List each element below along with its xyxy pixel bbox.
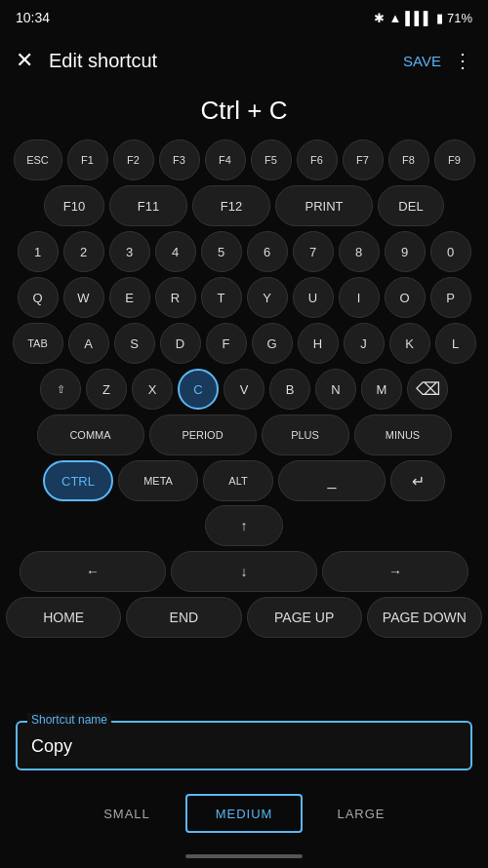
header-left: ✕ Edit shortcut <box>16 48 157 73</box>
key-k[interactable]: K <box>389 323 430 364</box>
size-selector: SMALL MEDIUM LARGE <box>0 794 488 833</box>
key-f6[interactable]: F6 <box>297 139 338 180</box>
save-button[interactable]: SAVE <box>403 53 441 69</box>
key-f9[interactable]: F9 <box>434 139 475 180</box>
key-down[interactable]: ↓ <box>171 551 317 592</box>
key-f1[interactable]: F1 <box>67 139 108 180</box>
status-icons: ✱ ▲ ▌▌▌ ▮ 71% <box>374 11 472 25</box>
key-f2[interactable]: F2 <box>113 139 154 180</box>
key-x[interactable]: X <box>132 369 173 410</box>
bluetooth-icon: ✱ <box>374 11 385 25</box>
key-w[interactable]: W <box>63 277 104 318</box>
key-f[interactable]: F <box>206 323 247 364</box>
key-f7[interactable]: F7 <box>343 139 384 180</box>
key-p[interactable]: P <box>430 277 471 318</box>
key-u[interactable]: U <box>293 277 334 318</box>
input-value[interactable]: Copy <box>31 732 457 757</box>
more-button[interactable]: ⋮ <box>453 49 472 72</box>
key-n[interactable]: N <box>315 369 356 410</box>
key-up[interactable]: ↑ <box>205 505 283 546</box>
key-b[interactable]: B <box>269 369 310 410</box>
key-alt[interactable]: ALT <box>203 460 273 501</box>
close-button[interactable]: ✕ <box>16 48 33 73</box>
key-page-down[interactable]: PAGE DOWN <box>367 597 482 638</box>
key-8[interactable]: 8 <box>339 231 380 272</box>
size-small-button[interactable]: SMALL <box>68 794 185 833</box>
input-container: Shortcut name Copy <box>16 721 472 770</box>
key-end[interactable]: END <box>126 597 241 638</box>
header-right: SAVE ⋮ <box>403 49 472 72</box>
key-j[interactable]: J <box>344 323 385 364</box>
input-area: Shortcut name Copy <box>0 721 488 770</box>
header-title: Edit shortcut <box>49 50 157 72</box>
key-1[interactable]: 1 <box>18 231 59 272</box>
status-time: 10:34 <box>16 10 50 25</box>
key-home[interactable]: HOME <box>6 597 121 638</box>
key-row-zxcv: ⇧ Z X C V B N M ⌫ <box>6 369 482 410</box>
key-plus[interactable]: PLUS <box>262 414 349 455</box>
key-f12[interactable]: F12 <box>192 185 270 226</box>
bottom-indicator <box>185 854 303 858</box>
key-backspace[interactable]: ⌫ <box>407 369 448 410</box>
key-y[interactable]: Y <box>247 277 288 318</box>
key-f4[interactable]: F4 <box>205 139 246 180</box>
key-meta[interactable]: META <box>118 460 198 501</box>
key-row-symbols: COMMA PERIOD PLUS MINUS <box>6 414 482 455</box>
key-6[interactable]: 6 <box>247 231 288 272</box>
key-page-up[interactable]: PAGE UP <box>247 597 362 638</box>
nav-row-arrows: ← ↓ → <box>6 551 482 592</box>
key-z[interactable]: Z <box>86 369 127 410</box>
key-7[interactable]: 7 <box>293 231 334 272</box>
key-2[interactable]: 2 <box>63 231 104 272</box>
key-l[interactable]: L <box>435 323 476 364</box>
key-d[interactable]: D <box>160 323 201 364</box>
key-f8[interactable]: F8 <box>388 139 429 180</box>
key-left[interactable]: ← <box>20 551 166 592</box>
key-shift[interactable]: ⇧ <box>40 369 81 410</box>
key-s[interactable]: S <box>114 323 155 364</box>
key-4[interactable]: 4 <box>155 231 196 272</box>
shortcut-display: Ctrl + C <box>0 86 488 139</box>
key-tab[interactable]: TAB <box>13 323 63 364</box>
key-5[interactable]: 5 <box>201 231 242 272</box>
key-row-numbers: 1 2 3 4 5 6 7 8 9 0 <box>6 231 482 272</box>
signal-icon: ▌▌▌ <box>405 11 432 25</box>
size-large-button[interactable]: LARGE <box>303 794 420 833</box>
key-ctrl[interactable]: CTRL <box>43 460 113 501</box>
key-row-asdf: TAB A S D F G H J K L <box>6 323 482 364</box>
key-m[interactable]: M <box>361 369 402 410</box>
status-bar: 10:34 ✱ ▲ ▌▌▌ ▮ 71% <box>0 0 488 35</box>
key-c[interactable]: C <box>178 369 219 410</box>
key-period[interactable]: PERIOD <box>149 414 257 455</box>
key-f10[interactable]: F10 <box>44 185 104 226</box>
key-right[interactable]: → <box>322 551 468 592</box>
input-label: Shortcut name <box>27 713 111 727</box>
key-f3[interactable]: F3 <box>159 139 200 180</box>
key-v[interactable]: V <box>224 369 264 410</box>
key-3[interactable]: 3 <box>109 231 150 272</box>
key-f11[interactable]: F11 <box>109 185 187 226</box>
key-r[interactable]: R <box>155 277 196 318</box>
key-0[interactable]: 0 <box>430 231 471 272</box>
key-9[interactable]: 9 <box>385 231 426 272</box>
key-f5[interactable]: F5 <box>251 139 292 180</box>
key-t[interactable]: T <box>201 277 242 318</box>
key-del[interactable]: DEL <box>378 185 444 226</box>
key-enter[interactable]: ↵ <box>390 460 445 501</box>
key-g[interactable]: G <box>252 323 293 364</box>
nav-row-up: ↑ <box>6 505 482 546</box>
key-print[interactable]: PRINT <box>275 185 373 226</box>
key-a[interactable]: A <box>68 323 109 364</box>
key-i[interactable]: I <box>339 277 380 318</box>
key-space[interactable]: _ <box>278 460 386 501</box>
size-medium-button[interactable]: MEDIUM <box>185 794 303 833</box>
key-minus[interactable]: MINUS <box>354 414 452 455</box>
key-e[interactable]: E <box>109 277 150 318</box>
battery-icon: ▮ <box>436 11 443 25</box>
key-q[interactable]: Q <box>18 277 59 318</box>
nav-row-home: HOME END PAGE UP PAGE DOWN <box>6 597 482 638</box>
key-comma[interactable]: COMMA <box>37 414 144 455</box>
key-esc[interactable]: ESC <box>14 139 62 180</box>
key-h[interactable]: H <box>298 323 339 364</box>
key-o[interactable]: O <box>385 277 426 318</box>
